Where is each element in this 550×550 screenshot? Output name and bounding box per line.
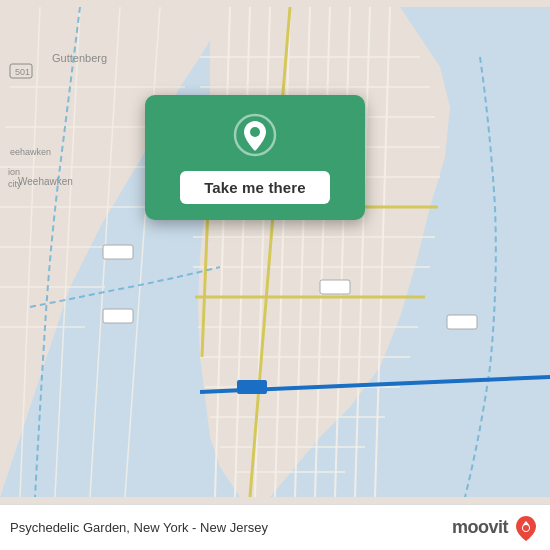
app: 501 NY 9A NY 9A NY 25 NY 25 I 495 Gutten… [0, 0, 550, 550]
map-svg: 501 NY 9A NY 9A NY 25 NY 25 I 495 Gutten… [0, 0, 550, 504]
svg-text:Weehawken: Weehawken [18, 176, 73, 187]
location-card: Take me there [145, 95, 365, 220]
svg-rect-50 [320, 280, 350, 294]
svg-text:eehawken: eehawken [10, 147, 51, 157]
svg-text:ion: ion [8, 167, 20, 177]
svg-rect-48 [103, 309, 133, 323]
take-me-there-button[interactable]: Take me there [180, 171, 330, 204]
moovit-logo: moovit [452, 514, 540, 542]
svg-text:501: 501 [15, 67, 30, 77]
svg-rect-52 [447, 315, 477, 329]
moovit-brand-icon [512, 514, 540, 542]
moovit-wordmark: moovit [452, 517, 508, 538]
svg-rect-46 [103, 245, 133, 259]
location-label: Psychedelic Garden, New York - New Jerse… [10, 520, 446, 535]
svg-point-63 [523, 525, 529, 531]
svg-text:city: city [8, 179, 22, 189]
bottom-bar: Psychedelic Garden, New York - New Jerse… [0, 504, 550, 550]
svg-point-62 [250, 127, 260, 137]
pin-icon [233, 113, 277, 157]
pin-icon-wrap [233, 113, 277, 161]
map-container: 501 NY 9A NY 9A NY 25 NY 25 I 495 Gutten… [0, 0, 550, 504]
svg-text:Guttenberg: Guttenberg [52, 52, 107, 64]
